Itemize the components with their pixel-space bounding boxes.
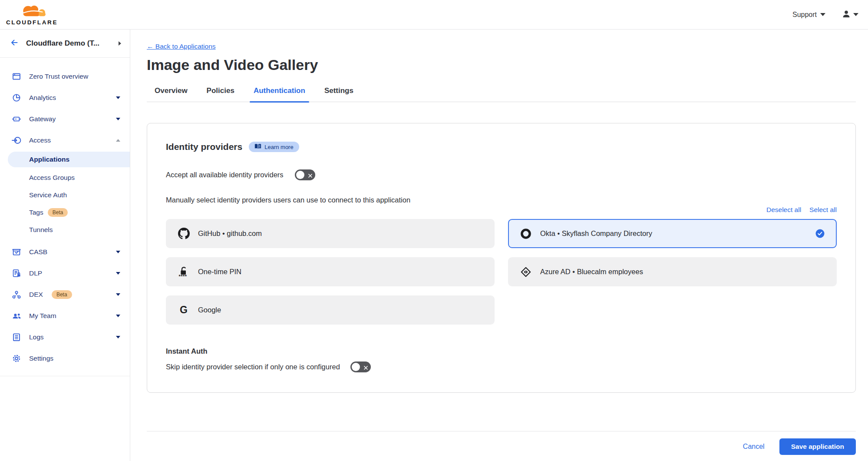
sidebar-item-label: Analytics: [29, 94, 109, 102]
sidebar-item-settings[interactable]: Settings: [0, 348, 130, 369]
provider-label: Okta • Skyflash Company Directory: [540, 229, 652, 238]
doc-lock-icon: [11, 269, 22, 278]
chevron-down-icon: [116, 315, 120, 317]
learn-more-label: Learn more: [264, 144, 293, 150]
cloudflare-logo[interactable]: CLOUDFLARE: [6, 4, 58, 26]
access-icon: [11, 136, 22, 145]
tab-policies[interactable]: Policies: [207, 86, 234, 102]
tab-settings[interactable]: Settings: [324, 86, 353, 102]
card-title: Identity providers: [166, 142, 242, 152]
sidebar-item-zero-trust-overview[interactable]: Zero Trust overview: [0, 66, 130, 87]
provider-tile-okta[interactable]: Okta • Skyflash Company Directory: [508, 219, 837, 248]
identity-providers-card: Identity providers Learn more Accept all…: [147, 123, 856, 393]
back-to-applications-link[interactable]: ← Back to Applications: [147, 43, 216, 50]
chevron-down-icon: [116, 96, 120, 99]
save-application-button[interactable]: Save application: [779, 438, 856, 455]
page-title: Image and Video Gallery: [147, 56, 856, 73]
dex-label: DEX: [29, 291, 43, 298]
sidebar-item-my-team[interactable]: My Team: [0, 305, 130, 326]
main-content: ← Back to Applications Image and Video G…: [130, 30, 868, 461]
account-name[interactable]: Cloudflare Demo (T...: [26, 39, 112, 48]
sidebar-item-label: Zero Trust overview: [29, 73, 120, 80]
beta-badge: Beta: [52, 290, 72, 299]
tab-bar: Overview Policies Authentication Setting…: [147, 86, 856, 102]
okta-icon: [520, 228, 532, 239]
tab-overview[interactable]: Overview: [155, 86, 188, 102]
sub-item-label: Tags: [29, 209, 43, 216]
provider-tile-google[interactable]: G Google: [166, 295, 495, 325]
chevron-down-icon: [116, 118, 120, 120]
sidebar-item-tags[interactable]: Tags Beta: [0, 204, 130, 221]
sidebar-item-label: My Team: [29, 312, 109, 320]
sidebar-item-service-auth[interactable]: Service Auth: [0, 186, 130, 204]
sidebar-item-label: DLP: [29, 269, 109, 277]
sub-item-label: Access Groups: [29, 174, 75, 182]
provider-tile-one-time-pin[interactable]: **** One-time PIN: [166, 257, 495, 286]
instant-auth-heading: Instant Auth: [166, 347, 837, 355]
accept-all-toggle[interactable]: [295, 169, 315, 180]
provider-tile-azure-ad[interactable]: Azure AD • Bluecalm employees: [508, 257, 837, 286]
toggle-x-icon: [308, 172, 313, 180]
github-icon: [178, 228, 190, 239]
cloudflare-cloud-icon: [15, 4, 50, 19]
box-check-icon: [11, 247, 22, 257]
sub-item-label: Service Auth: [29, 191, 67, 199]
beta-badge: Beta: [48, 208, 68, 217]
access-subnav: Applications Access Groups Service Auth …: [0, 152, 130, 239]
provider-label: One-time PIN: [198, 268, 241, 276]
sidebar-item-label: Access: [29, 136, 109, 144]
user-menu[interactable]: [842, 10, 858, 20]
chevron-right-icon[interactable]: [119, 41, 121, 46]
chevron-down-icon: [853, 13, 858, 16]
sidebar-item-label: DEX Beta: [29, 290, 109, 299]
sidebar-item-dex[interactable]: DEX Beta: [0, 284, 130, 305]
gateway-icon: [11, 114, 22, 124]
book-icon: [254, 143, 261, 151]
accept-all-label: Accept all available identity providers: [166, 171, 284, 179]
learn-more-badge[interactable]: Learn more: [249, 142, 299, 152]
chevron-up-icon: [116, 139, 120, 142]
user-icon: [842, 10, 851, 20]
provider-tile-github[interactable]: GitHub • github.com: [166, 219, 495, 248]
action-footer: Cancel Save application: [147, 431, 856, 455]
cloudflare-wordmark: CLOUDFLARE: [6, 19, 58, 26]
sub-item-label: Tunnels: [29, 226, 53, 234]
sidebar-item-applications[interactable]: Applications: [8, 152, 130, 167]
toggle-x-icon: [363, 364, 368, 372]
sidebar-item-label: Settings: [29, 355, 120, 362]
sidebar-item-logs[interactable]: Logs: [0, 326, 130, 348]
select-all-link[interactable]: Select all: [809, 206, 837, 214]
azure-ad-icon: [520, 266, 532, 278]
sidebar-item-dlp[interactable]: DLP: [0, 262, 130, 284]
support-menu[interactable]: Support: [792, 11, 825, 19]
sidebar-item-gateway[interactable]: Gateway: [0, 108, 130, 129]
selected-check-icon: [815, 229, 825, 238]
sidebar-item-tunnels[interactable]: Tunnels: [0, 221, 130, 239]
top-bar: CLOUDFLARE Support: [0, 0, 868, 30]
sidebar-item-access[interactable]: Access: [0, 129, 130, 151]
provider-label: Google: [198, 306, 221, 314]
sub-item-label: Applications: [29, 156, 69, 163]
svg-text:****: ****: [179, 274, 187, 279]
deselect-all-link[interactable]: Deselect all: [766, 206, 801, 214]
sidebar: Cloudflare Demo (T... Zero Trust overvie…: [0, 30, 130, 461]
chevron-down-icon: [820, 13, 825, 16]
gear-icon: [11, 354, 22, 363]
toggle-knob: [296, 171, 304, 179]
chevron-down-icon: [116, 336, 120, 338]
sidebar-item-access-groups[interactable]: Access Groups: [0, 169, 130, 186]
sidebar-divider: [0, 376, 130, 376]
sidebar-item-label: CASB: [29, 248, 109, 256]
log-icon: [11, 332, 22, 342]
chevron-down-icon: [116, 251, 120, 253]
sidebar-item-casb[interactable]: CASB: [0, 241, 130, 262]
tab-authentication[interactable]: Authentication: [254, 86, 305, 102]
support-label: Support: [792, 11, 817, 19]
back-arrow-icon[interactable]: [10, 38, 19, 49]
instant-auth-toggle[interactable]: [350, 362, 371, 372]
sidebar-item-analytics[interactable]: Analytics: [0, 87, 130, 108]
cancel-button[interactable]: Cancel: [743, 443, 765, 451]
instant-auth-label: Skip identity provider selection if only…: [166, 363, 340, 371]
chevron-down-icon: [116, 272, 120, 275]
toggle-knob: [352, 363, 360, 371]
